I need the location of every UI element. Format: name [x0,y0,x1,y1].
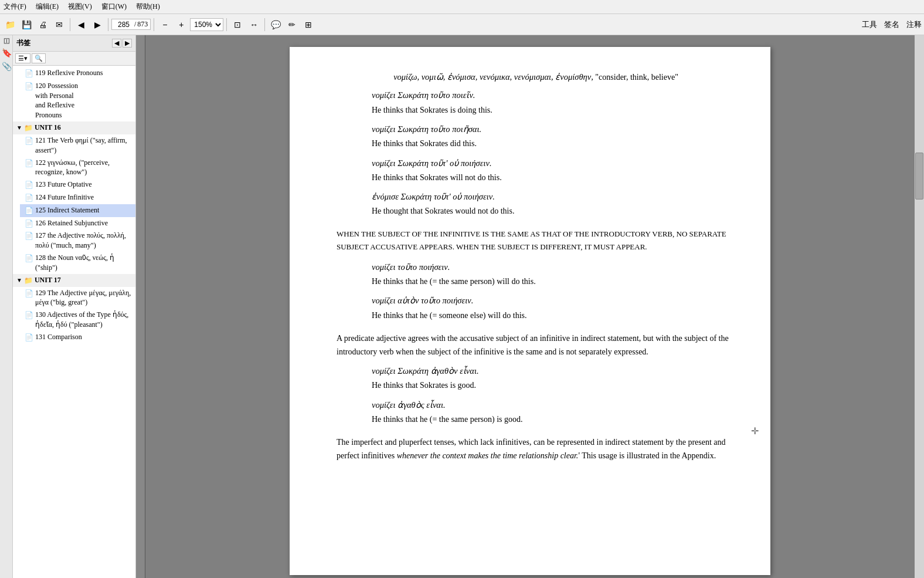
tree-label-131: 131 Comparison [35,332,133,342]
page-scroll[interactable]: νομίζω, νομιῶ, ἐνόμισα, νενόμικα, νενόμι… [145,35,915,578]
tree-label-130: 130 Adjectives of the Type ἡδύς, ἡδεῖα, … [35,310,133,330]
sign-link[interactable]: 签名 [884,19,899,30]
trans-ex1: He thinks that Sokrates is doing this. [372,104,735,117]
sep4 [226,18,227,31]
tree-label-120: 120 Possessionwith Personaland Reflexive… [35,81,133,120]
menu-view[interactable]: 视图(V) [68,2,92,12]
tree-group-unit17[interactable]: ▼ 📁 UNIT 17 [13,274,135,287]
tree-group-unit16[interactable]: ▼ 📁 UNIT 16 [13,121,135,134]
tree-item-127[interactable]: 📄 127 the Adjective πολύς, πολλή, πολύ (… [20,229,135,252]
zoom-out-btn[interactable]: − [157,17,172,32]
trans-ex6: He thinks that he (= someone else) will … [372,309,735,322]
trans-ex7: He thinks that Sokrates is good. [372,379,735,392]
save-btn[interactable]: 💾 [19,17,34,32]
scrollbar-thumb[interactable] [915,153,923,200]
left-scrollbar[interactable] [136,35,145,578]
nav-icon[interactable]: ⊟ [2,38,11,45]
footnote-ref: ' [578,451,580,460]
zoom-select[interactable]: 150% 100% 75% 125% 200% [190,18,223,31]
tree-item-131[interactable]: 📄 131 Comparison [20,331,135,344]
sep1 [70,18,70,31]
translation-consider: "consider, think, believe" [595,73,678,82]
tree-icon-130: 📄 [25,310,33,320]
markup-btn[interactable]: ✏ [284,17,300,32]
crop-btn[interactable]: ⊞ [301,17,316,32]
tree-label-126: 126 Retained Subjunctive [35,218,133,228]
tree-icon-122: 📄 [25,158,33,168]
unit17-label: UNIT 17 [35,276,61,285]
trans-ex8: He thinks that he (= the same person) is… [372,413,735,426]
unit16-folder-icon: 📁 [24,124,33,133]
tree-item-123[interactable]: 📄 123 Future Optative [20,178,135,191]
greek-ex3: νομίζει Σωκράτη τοῦτ' οὐ ποιήσειν. [372,157,735,170]
tree-item-125[interactable]: 📄 125 Indirect Statement [20,204,135,217]
tree-item-130[interactable]: 📄 130 Adjectives of the Type ἡδύς, ἡδεῖα… [20,309,135,331]
toolbar: 📁 💾 🖨 ✉ ◀ ▶ / 873 − + 150% 100% 75% 125%… [0,14,924,35]
tree-label-127: 127 the Adjective πολύς, πολλή, πολύ ("m… [35,231,133,251]
menu-window[interactable]: 窗口(W) [101,2,127,12]
tree-item-121[interactable]: 📄 121 The Verb φημί ("say, affirm, asser… [20,134,135,157]
unit17-expand-icon: ▼ [16,277,22,283]
unit16-expand-icon: ▼ [16,124,22,131]
panel-header: 书签 ◀ ▶ [13,35,135,52]
main-container: ⊟ 🔖 📎 书签 ◀ ▶ ☰▾ 🔍 📄 119 Reflexive Pronou… [0,35,924,578]
left-icons: ⊟ 🔖 📎 [0,35,13,578]
open-btn[interactable]: 📁 [2,17,18,32]
greek-ex1: νομίζει Σωκράτη τοῦτο ποιεῖν. [372,89,735,102]
tree-icon-125: 📄 [25,206,33,216]
right-scrollbar[interactable] [915,35,924,578]
tree-item-122[interactable]: 📄 122 γιγνώσκω, ("perceive, recognize, k… [20,157,135,179]
tree-icon-126: 📄 [25,219,33,229]
sep3 [154,18,154,31]
tree-label-124: 124 Future Infinitive [35,192,133,202]
italic-text-1: whenever the context makes the time rela… [397,451,579,460]
bookmark-icon[interactable]: 🔖 [2,48,11,58]
trans-ex3: He thinks that Sokrates will not do this… [372,171,735,184]
email-btn[interactable]: ✉ [52,17,67,32]
panel-search-btn[interactable]: 🔍 [32,53,46,63]
greek-ex4: ἐνόμισε Σωκράτη τοῦτ' οὐ ποιήσειν. [372,190,735,204]
tree-view[interactable]: 📄 119 Reflexive Pronouns 📄 120 Possessio… [13,66,135,578]
tree-label-119: 119 Reflexive Pronouns [35,68,133,78]
comment-link[interactable]: 注释 [906,19,922,30]
fit-width-btn[interactable]: ↔ [246,17,261,32]
greek-principal-parts: νομίζω, νομιῶ, ἐνόμισα, νενόμικα, νενόμι… [337,70,735,84]
page: νομίζω, νομιῶ, ἐνόμισα, νενόμικα, νενόμι… [290,47,770,575]
tools-link[interactable]: 工具 [862,19,877,30]
zoom-in-btn[interactable]: + [174,17,189,32]
tree-icon-129: 📄 [25,289,33,299]
tree-icon-124: 📄 [25,193,33,203]
tree-icon-131: 📄 [25,333,33,343]
menu-edit[interactable]: 编辑(E) [36,2,59,12]
tree-item-128[interactable]: 📄 128 the Noun ναῦς, νεώς, ἡ ("ship") [20,252,135,274]
forward-btn[interactable]: ▶ [90,17,105,32]
tree-item-124[interactable]: 📄 124 Future Infinitive [20,191,135,204]
panel-expand-btn[interactable]: ▶ [123,39,132,48]
menu-help[interactable]: 帮助(H) [136,2,160,12]
print-btn[interactable]: 🖨 [35,17,50,32]
tree-icon-128: 📄 [25,253,33,263]
tree-label-122: 122 γιγνώσκω, ("perceive, recognize, kno… [35,158,133,178]
panel-collapse-btn[interactable]: ◀ [112,39,121,48]
tree-item-119[interactable]: 📄 119 Reflexive Pronouns [20,67,135,80]
panel-menu-btn[interactable]: ☰▾ [15,53,30,63]
comment-btn[interactable]: 💬 [268,17,283,32]
menu-bar: 文件(F) 编辑(E) 视图(V) 窗口(W) 帮助(H) [0,0,924,14]
tree-item-129[interactable]: 📄 129 The Adjective μέγας, μεγάλη, μέγα … [20,287,135,309]
rule-block-1: WHEN THE SUBJECT OF THE INFINITIVE IS TH… [337,228,735,253]
trans-ex4: He thought that Sokrates would not do th… [372,205,735,218]
content-area[interactable]: νομίζω, νομιῶ, ἐνόμισα, νενόμικα, νενόμι… [136,35,924,578]
tree-icon-121: 📄 [25,136,33,146]
toolbar-right: 工具 签名 注释 [862,19,922,30]
greek-ex2: νομίζει Σωκράτη τοῦτο ποιῆσαι. [372,123,735,136]
tree-item-126[interactable]: 📄 126 Retained Subjunctive [20,217,135,230]
page-input[interactable] [114,21,133,29]
fit-page-btn[interactable]: ⊡ [230,17,245,32]
menu-file[interactable]: 文件(F) [4,2,26,12]
back-btn[interactable]: ◀ [73,17,89,32]
tree-item-120[interactable]: 📄 120 Possessionwith Personaland Reflexi… [20,80,135,121]
page-sep: / [134,20,136,29]
tree-icon-120: 📄 [25,82,33,92]
greek-text-principal: νομίζω, νομιῶ, ἐνόμισα, νενόμικα, νενόμι… [393,72,593,82]
attach-icon[interactable]: 📎 [2,62,11,72]
